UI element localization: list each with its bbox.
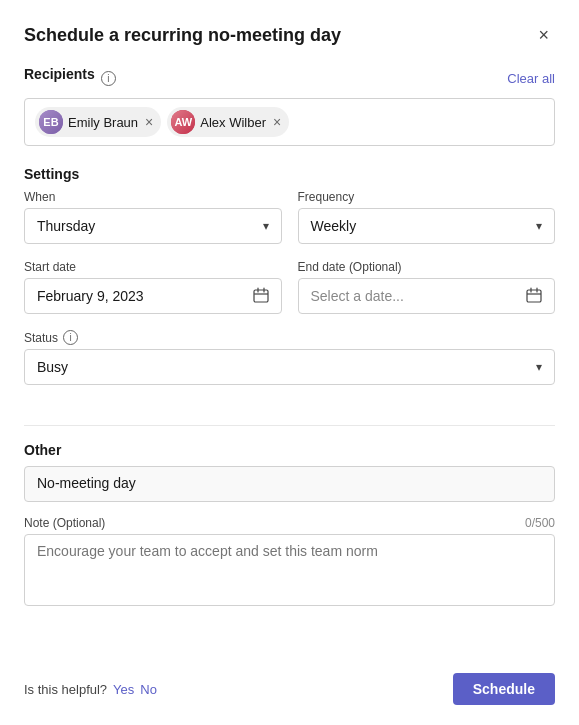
note-label: Note (Optional) xyxy=(24,516,105,530)
frequency-group: Frequency Weekly ▾ xyxy=(298,190,556,244)
when-value: Thursday xyxy=(37,218,95,234)
end-date-group: End date (Optional) Select a date... xyxy=(298,260,556,314)
avatar-emily: EB xyxy=(39,110,63,134)
other-label: Other xyxy=(24,442,555,458)
schedule-dialog: Schedule a recurring no-meeting day × Re… xyxy=(0,0,579,725)
end-date-placeholder: Select a date... xyxy=(311,288,404,304)
note-textarea[interactable] xyxy=(24,534,555,606)
meeting-title-value: No-meeting day xyxy=(37,475,136,491)
remove-emily-button[interactable]: × xyxy=(145,115,153,129)
dialog-title: Schedule a recurring no-meeting day xyxy=(24,25,341,46)
end-date-label: End date (Optional) xyxy=(298,260,556,274)
note-header: Note (Optional) 0/500 xyxy=(24,516,555,530)
frequency-value: Weekly xyxy=(311,218,357,234)
footer: Is this helpful? Yes No Schedule xyxy=(24,657,555,705)
remove-alex-button[interactable]: × xyxy=(273,115,281,129)
settings-section: Settings When Thursday ▾ Frequency Weekl… xyxy=(24,166,555,401)
section-divider xyxy=(24,425,555,426)
yes-button[interactable]: Yes xyxy=(113,682,134,697)
recipient-name-alex: Alex Wilber xyxy=(200,115,266,130)
close-button[interactable]: × xyxy=(532,24,555,46)
recipient-name-emily: Emily Braun xyxy=(68,115,138,130)
start-date-label: Start date xyxy=(24,260,282,274)
when-group: When Thursday ▾ xyxy=(24,190,282,244)
svg-rect-4 xyxy=(527,290,541,302)
dates-row: Start date February 9, 2023 End date (Op… xyxy=(24,260,555,314)
avatar-alex: AW xyxy=(171,110,195,134)
end-date-calendar-icon xyxy=(526,287,542,306)
other-section: Other No-meeting day Note (Optional) 0/5… xyxy=(24,442,555,610)
status-value: Busy xyxy=(37,359,68,375)
start-date-input[interactable]: February 9, 2023 xyxy=(24,278,282,314)
recipients-info-icon: i xyxy=(101,71,116,86)
status-label: Status xyxy=(24,331,58,345)
note-count: 0/500 xyxy=(525,516,555,530)
clear-all-button[interactable]: Clear all xyxy=(507,71,555,86)
helpful-text: Is this helpful? xyxy=(24,682,107,697)
frequency-chevron-icon: ▾ xyxy=(536,219,542,233)
dialog-header: Schedule a recurring no-meeting day × xyxy=(24,24,555,46)
recipients-box: EB Emily Braun × AW Alex Wilber × xyxy=(24,98,555,146)
meeting-title-input[interactable]: No-meeting day xyxy=(24,466,555,502)
frequency-label: Frequency xyxy=(298,190,556,204)
end-date-input[interactable]: Select a date... xyxy=(298,278,556,314)
schedule-button[interactable]: Schedule xyxy=(453,673,555,705)
recipient-chip-emily: EB Emily Braun × xyxy=(35,107,161,137)
start-date-calendar-icon xyxy=(253,287,269,306)
status-row: Status i Busy ▾ xyxy=(24,330,555,385)
start-date-value: February 9, 2023 xyxy=(37,288,144,304)
status-chevron-icon: ▾ xyxy=(536,360,542,374)
when-frequency-row: When Thursday ▾ Frequency Weekly ▾ xyxy=(24,190,555,244)
svg-rect-0 xyxy=(254,290,268,302)
when-select[interactable]: Thursday ▾ xyxy=(24,208,282,244)
recipient-chip-alex: AW Alex Wilber × xyxy=(167,107,289,137)
helpful-row: Is this helpful? Yes No xyxy=(24,682,157,697)
status-info-icon: i xyxy=(63,330,78,345)
when-chevron-icon: ▾ xyxy=(263,219,269,233)
status-select[interactable]: Busy ▾ xyxy=(24,349,555,385)
no-button[interactable]: No xyxy=(140,682,157,697)
settings-label: Settings xyxy=(24,166,555,182)
start-date-group: Start date February 9, 2023 xyxy=(24,260,282,314)
recipients-header: Recipients i Clear all xyxy=(24,66,555,90)
status-label-row: Status i xyxy=(24,330,555,345)
recipients-label-row: Recipients i xyxy=(24,66,116,90)
recipients-label: Recipients xyxy=(24,66,95,82)
frequency-select[interactable]: Weekly ▾ xyxy=(298,208,556,244)
when-label: When xyxy=(24,190,282,204)
